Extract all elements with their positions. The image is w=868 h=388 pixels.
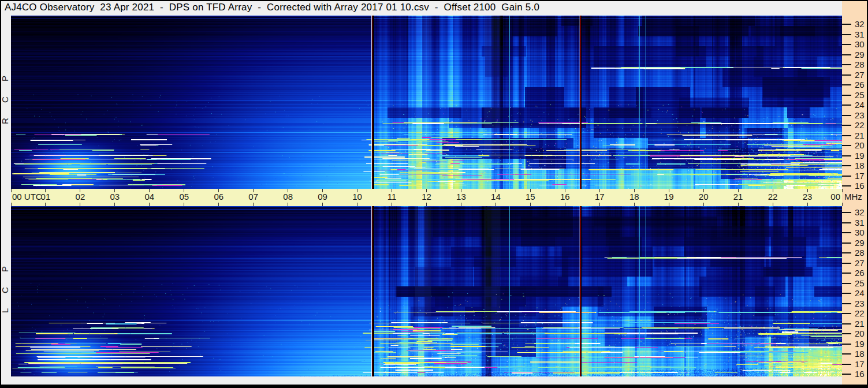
time-tick-mark	[461, 203, 461, 206]
freq-tick-mark	[842, 222, 851, 223]
freq-tick-mark	[842, 135, 851, 136]
freq-tick-label: 21	[855, 130, 865, 141]
freq-tick-label: 24	[855, 288, 865, 299]
time-tick-label: 17	[595, 192, 605, 202]
time-tick-mark	[773, 203, 773, 206]
freq-tick-mark	[842, 54, 851, 55]
freq-tick-mark	[842, 24, 851, 25]
time-tick-mark	[11, 189, 12, 192]
freq-tick-mark	[842, 125, 851, 126]
freq-tick-label: 28	[855, 59, 865, 70]
freq-tick-mark	[842, 283, 851, 284]
mhz-unit-label: MHz	[844, 192, 862, 202]
freq-tick-label: 30	[855, 227, 865, 238]
time-tick-mark	[530, 203, 531, 206]
freq-tick-label: 16	[855, 369, 865, 379]
freq-tick-mark	[842, 364, 851, 365]
time-tick-label: 16	[560, 192, 570, 202]
freq-tick-label: 24	[855, 100, 865, 110]
freq-tick-mark	[842, 176, 851, 177]
freq-tick-mark	[842, 185, 851, 186]
freq-tick-label: 30	[855, 39, 865, 50]
spectrogram-rcp-panel	[11, 16, 842, 189]
freq-tick-mark	[842, 353, 851, 355]
freq-tick-mark	[842, 293, 851, 294]
time-tick-mark	[322, 203, 323, 206]
time-tick-mark	[218, 203, 219, 206]
freq-tick-label: 22	[855, 308, 865, 319]
freq-tick-label: 26	[855, 268, 865, 278]
freq-tick-mark	[842, 273, 851, 274]
time-tick-mark	[114, 203, 115, 206]
freq-tick-label: 31	[855, 218, 865, 228]
freq-tick-mark	[842, 303, 851, 304]
freq-tick-label: 20	[855, 140, 865, 151]
app-window: AJ4CO Observatory 23 Apr 2021 - DPS on T…	[0, 0, 868, 388]
freq-tick-mark	[842, 74, 851, 76]
freq-tick-label: 22	[855, 120, 865, 130]
time-tick-mark	[184, 203, 184, 206]
time-tick-label: 03	[110, 192, 120, 202]
freq-tick-label: 23	[855, 299, 865, 309]
time-tick-label: 22	[768, 192, 778, 202]
freq-tick-label: 17	[855, 359, 865, 370]
freq-tick-label: 18	[855, 349, 865, 359]
time-tick-label: 14	[491, 192, 501, 202]
freq-tick-label: 27	[855, 70, 865, 80]
freq-tick-label: 19	[855, 339, 865, 349]
time-tick-mark	[253, 203, 254, 206]
freq-tick-mark	[842, 34, 851, 35]
freq-tick-label: 25	[855, 278, 865, 289]
freq-tick-mark	[842, 232, 851, 233]
freq-tick-mark	[842, 84, 851, 85]
time-tick-label: 21	[733, 192, 743, 202]
time-tick-label: 06	[214, 192, 223, 202]
freq-tick-mark	[842, 263, 851, 264]
freq-tick-mark	[842, 252, 851, 253]
time-tick-label: 10	[352, 192, 362, 202]
page-title: AJ4CO Observatory 23 Apr 2021 - DPS on T…	[5, 2, 698, 14]
freq-tick-mark	[842, 242, 851, 244]
time-tick-mark	[669, 203, 669, 206]
time-axis-ticks: 00 UTC0102030405060708091011121314151617…	[11, 189, 842, 206]
freq-tick-mark	[842, 313, 851, 314]
time-tick-mark	[496, 203, 496, 206]
time-tick-mark	[45, 203, 46, 206]
freq-tick-label: 18	[855, 161, 865, 171]
freq-tick-label: 26	[855, 80, 865, 90]
freq-tick-label: 25	[855, 90, 865, 100]
freq-tick-label: 23	[855, 110, 865, 121]
freq-tick-label: 28	[855, 248, 865, 258]
time-tick-label: 12	[422, 192, 431, 202]
time-tick-label: 11	[388, 192, 397, 202]
freq-tick-label: 20	[855, 329, 865, 339]
freq-tick-mark	[842, 344, 851, 345]
time-tick-mark	[392, 203, 392, 206]
freq-tick-mark	[842, 155, 851, 156]
freq-tick-label: 32	[855, 207, 865, 218]
freq-tick-mark	[842, 44, 851, 45]
time-tick-mark	[703, 203, 704, 206]
time-tick-label: 13	[456, 192, 466, 202]
time-tick-label: 01	[41, 192, 51, 202]
freq-tick-mark	[842, 145, 851, 146]
time-tick-mark	[149, 203, 150, 206]
time-tick-label: 08	[283, 192, 293, 202]
time-tick-mark	[357, 203, 357, 206]
time-tick-label: 15	[526, 192, 535, 202]
freq-tick-mark	[842, 115, 851, 116]
freq-tick-label: 19	[855, 151, 865, 161]
time-tick-mark	[80, 203, 80, 206]
time-tick-label: 00	[830, 192, 840, 202]
rcp-polarization-label: R C P	[0, 80, 10, 124]
lcp-polarization-label: L C P	[0, 269, 10, 313]
time-tick-label: 00 UTC	[12, 192, 42, 202]
time-tick-mark	[288, 203, 288, 206]
time-tick-mark	[738, 203, 739, 206]
freq-tick-mark	[842, 374, 851, 375]
freq-tick-mark	[842, 95, 851, 96]
time-tick-mark	[565, 203, 565, 206]
time-tick-label: 18	[629, 192, 639, 202]
time-tick-mark	[807, 203, 808, 206]
spectrogram-lcp-panel	[11, 206, 842, 376]
